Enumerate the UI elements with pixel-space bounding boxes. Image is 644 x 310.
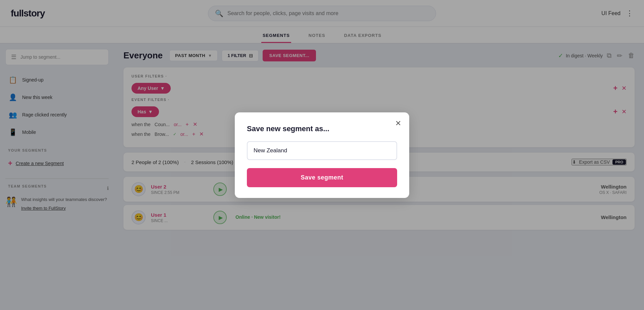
segment-name-input[interactable] (247, 141, 397, 160)
modal-close-button[interactable]: ✕ (395, 119, 401, 128)
save-segment-modal: Save new segment as... ✕ Save segment (235, 112, 409, 198)
save-segment-modal-button[interactable]: Save segment (247, 168, 397, 187)
modal-title: Save new segment as... (247, 124, 397, 133)
modal-overlay[interactable]: Save new segment as... ✕ Save segment (0, 0, 644, 310)
